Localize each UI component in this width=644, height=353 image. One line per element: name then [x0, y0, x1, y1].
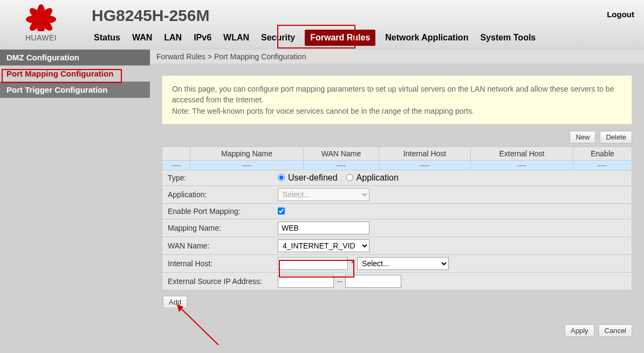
- device-model: HG8245H-256M: [92, 6, 209, 25]
- mapping-form: Type: User-defined Application Applicati…: [162, 170, 632, 290]
- info-box: On this page, you can configure port map…: [162, 75, 632, 124]
- enable-label: Enable Port Mapping:: [162, 204, 275, 219]
- delete-button[interactable]: Delete: [600, 131, 632, 143]
- info-line1: On this page, you can configure port map…: [172, 84, 622, 106]
- tab-network-app[interactable]: Network Application: [383, 30, 470, 46]
- type-userdef-text: User-defined: [288, 173, 338, 183]
- empty-cell: ----: [471, 160, 573, 170]
- tab-status[interactable]: Status: [92, 30, 122, 46]
- mapping-name-input[interactable]: [278, 222, 369, 234]
- tab-system-tools[interactable]: System Tools: [478, 30, 538, 46]
- app-label: Application:: [162, 187, 275, 202]
- type-userdef-radio[interactable]: [278, 174, 285, 181]
- enable-checkbox[interactable]: [278, 207, 285, 214]
- empty-cell: ----: [162, 160, 190, 170]
- breadcrumb: Forward Rules > Port Mapping Configurati…: [150, 50, 644, 64]
- empty-cell: ----: [379, 160, 471, 170]
- sidebar-item-portmap[interactable]: Port Mapping Configuration: [0, 66, 150, 82]
- new-button[interactable]: New: [570, 131, 595, 143]
- th-enable: Enable: [573, 147, 632, 160]
- brand-text: HUAWEI: [9, 33, 73, 42]
- empty-cell: ----: [304, 160, 379, 170]
- mapping-table: Mapping Name WAN Name Internal Host Exte…: [162, 147, 632, 170]
- ext-ip-to-input[interactable]: [345, 275, 401, 288]
- table-header-row: Mapping Name WAN Name Internal Host Exte…: [162, 147, 632, 160]
- ext-label: External Source IP Address:: [162, 274, 275, 289]
- th-checkbox: [162, 147, 190, 160]
- content-pane: Forward Rules > Port Mapping Configurati…: [150, 50, 644, 353]
- sidebar-item-dmz[interactable]: DMZ Configuration: [0, 50, 150, 66]
- name-label: Mapping Name:: [162, 220, 275, 236]
- internal-host-input[interactable]: [278, 257, 348, 270]
- cancel-button[interactable]: Cancel: [599, 324, 632, 337]
- type-app-radio[interactable]: [346, 174, 353, 181]
- tab-ipv6[interactable]: IPv6: [191, 30, 214, 46]
- logout-link[interactable]: Logout: [607, 10, 634, 19]
- tab-security[interactable]: Security: [259, 30, 297, 46]
- host-label: Internal Host:: [162, 256, 275, 271]
- add-button[interactable]: Add: [163, 296, 187, 308]
- wan-label: WAN Name:: [162, 238, 275, 253]
- tab-wlan[interactable]: WLAN: [221, 30, 251, 46]
- th-mapping-name: Mapping Name: [190, 147, 304, 160]
- tab-lan[interactable]: LAN: [162, 30, 184, 46]
- brand-logo: HUAWEI: [9, 3, 73, 42]
- type-app-text: Application: [357, 173, 399, 183]
- th-internal: Internal Host: [379, 147, 471, 160]
- toolbar: New Delete: [150, 131, 632, 143]
- app-select[interactable]: Select...: [278, 188, 369, 201]
- tab-wan[interactable]: WAN: [130, 30, 154, 46]
- internal-host-select[interactable]: Select...: [357, 257, 449, 270]
- th-wan-name: WAN Name: [304, 147, 379, 160]
- type-label: Type:: [162, 170, 275, 185]
- dash: --: [337, 277, 342, 286]
- wan-select[interactable]: 4_INTERNET_R_VID: [278, 239, 369, 252]
- empty-cell: ----: [190, 160, 304, 170]
- main-nav: Status WAN LAN IPv6 WLAN Security Forwar…: [92, 30, 538, 46]
- sidebar-item-porttrigger[interactable]: Port Trigger Configuration: [0, 82, 150, 98]
- ext-ip-from-input[interactable]: [278, 275, 334, 288]
- header-bar: HUAWEI HG8245H-256M Logout Status WAN LA…: [0, 0, 644, 50]
- required-mark: *: [351, 259, 354, 267]
- info-line2: Note: The well-known ports for voice ser…: [172, 106, 622, 116]
- sidebar: DMZ Configuration Port Mapping Configura…: [0, 50, 150, 353]
- apply-button[interactable]: Apply: [565, 324, 594, 337]
- table-empty-row: ---- ---- ---- ---- ---- ----: [162, 160, 632, 170]
- huawei-flower-icon: [19, 3, 63, 31]
- th-external: External Host: [471, 147, 573, 160]
- tab-forward-rules[interactable]: Forward Rules: [305, 30, 375, 46]
- empty-cell: ----: [573, 160, 632, 170]
